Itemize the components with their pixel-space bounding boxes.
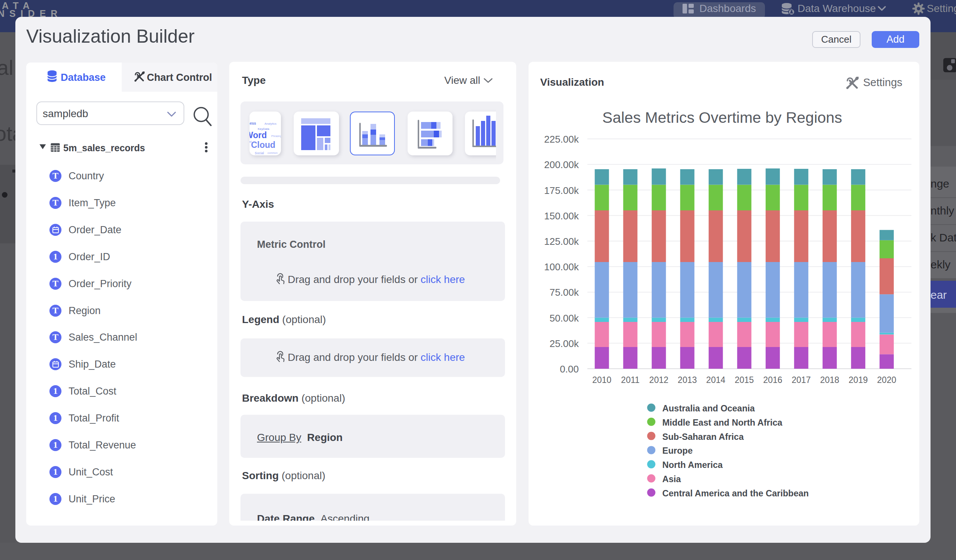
svg-text:North America: North America (662, 460, 723, 470)
svg-text:75.00k: 75.00k (550, 287, 579, 298)
svg-text:2019: 2019 (849, 375, 868, 385)
svg-text:Sales Metrics Overtime by Regi: Sales Metrics Overtime by Regions (602, 109, 842, 126)
svg-text:2017: 2017 (792, 375, 811, 385)
svg-text:Asia: Asia (662, 474, 681, 484)
svg-text:50.00k: 50.00k (550, 312, 579, 324)
svg-text:2014: 2014 (706, 375, 725, 385)
svg-text:150.00k: 150.00k (544, 210, 579, 221)
svg-text:2015: 2015 (734, 375, 754, 385)
svg-text:2016: 2016 (763, 375, 782, 385)
svg-text:100.00k: 100.00k (544, 261, 579, 273)
svg-text:2012: 2012 (649, 375, 668, 385)
svg-text:Central America and the Caribb: Central America and the Caribbean (662, 488, 809, 498)
svg-text:2018: 2018 (820, 375, 839, 385)
svg-text:Middle East and North Africa: Middle East and North Africa (662, 418, 783, 427)
svg-text:125.00k: 125.00k (544, 236, 579, 247)
svg-text:2020: 2020 (877, 375, 896, 385)
svg-text:0.00: 0.00 (560, 364, 579, 375)
svg-text:Australia and Oceania: Australia and Oceania (662, 403, 755, 413)
svg-text:2013: 2013 (678, 375, 697, 385)
svg-text:Sub-Saharan Africa: Sub-Saharan Africa (662, 432, 744, 442)
svg-text:2011: 2011 (621, 375, 640, 385)
svg-text:Europe: Europe (662, 446, 693, 456)
svg-text:25.00k: 25.00k (550, 338, 579, 349)
svg-text:225.00k: 225.00k (544, 133, 579, 145)
svg-text:2010: 2010 (592, 375, 612, 385)
svg-text:200.00k: 200.00k (544, 159, 579, 170)
svg-text:175.00k: 175.00k (544, 185, 579, 196)
